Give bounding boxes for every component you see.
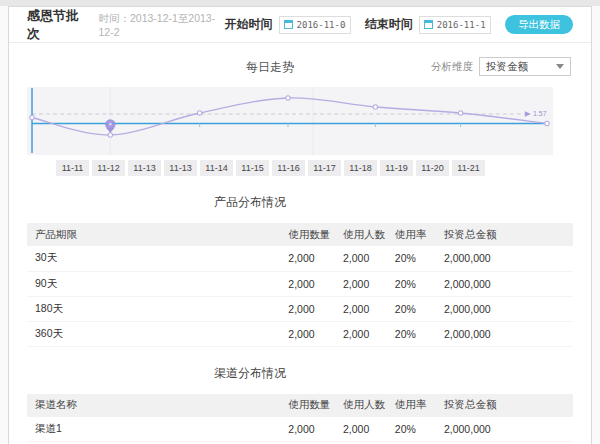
table-cell: 2,000,000 xyxy=(442,417,513,442)
column-header: 投资总金额 xyxy=(442,394,513,417)
column-header: 投资总金额 xyxy=(442,223,513,246)
table-cell: 2,000 xyxy=(341,271,393,296)
column-header xyxy=(513,394,573,417)
table-title: 产品分布情况 xyxy=(27,194,573,211)
table-cell xyxy=(513,296,573,321)
start-date-picker[interactable] xyxy=(279,16,351,34)
page-header: 感恩节批次 时间：2013-12-1至2013-12-2 开始时间 结束时间 导… xyxy=(9,7,591,43)
start-date-label: 开始时间 xyxy=(225,16,273,33)
x-axis-label-pill: 11-14 xyxy=(200,160,233,176)
dimension-selected-value: 投资金额 xyxy=(486,60,528,74)
column-header: 使用数量 xyxy=(286,223,341,246)
table-row: 90天2,0002,00020%2,000,000 xyxy=(27,271,573,296)
table-cell: 20% xyxy=(393,321,442,346)
table-cell: 20% xyxy=(393,417,442,442)
x-axis-label-pill: 11-12 xyxy=(92,160,125,176)
column-header: 使用人数 xyxy=(341,394,393,417)
table-cell: 2,000 xyxy=(286,246,341,271)
svg-text:1.57: 1.57 xyxy=(533,111,547,118)
start-date-input[interactable] xyxy=(297,20,346,30)
product-distribution-section: 产品分布情况 产品期限使用数量使用人数使用率投资总金额30天2,0002,000… xyxy=(9,194,591,347)
column-header: 渠道名称 xyxy=(27,394,286,417)
table-cell: 2,000 xyxy=(341,321,393,346)
table-cell: 20% xyxy=(393,271,442,296)
end-date-picker[interactable] xyxy=(419,16,491,34)
table-cell xyxy=(513,271,573,296)
column-header xyxy=(513,223,573,246)
x-axis-label-pill: 11-11 xyxy=(56,160,89,176)
table-cell: 2,000 xyxy=(286,296,341,321)
column-header: 产品期限 xyxy=(27,223,286,246)
chevron-down-icon xyxy=(556,64,564,69)
table-cell: 2,000,000 xyxy=(442,271,513,296)
channel-distribution-table: 渠道名称使用数量使用人数使用率投资总金额渠道12,0002,00020%2,00… xyxy=(27,394,573,444)
column-header: 使用率 xyxy=(393,394,442,417)
table-cell xyxy=(513,417,573,442)
table-row: 渠道12,0002,00020%2,000,000 xyxy=(27,417,573,442)
table-cell: 渠道1 xyxy=(27,417,286,442)
page-title: 感恩节批次 xyxy=(27,7,86,43)
end-date-input[interactable] xyxy=(437,20,486,30)
trend-line-chart[interactable]: 1.57 xyxy=(27,87,553,155)
table-row: 180天2,0002,00020%2,000,000 xyxy=(27,296,573,321)
table-row: 30天2,0002,00020%2,000,000 xyxy=(27,246,573,271)
table-cell: 30天 xyxy=(27,246,286,271)
table-cell: 2,000 xyxy=(341,296,393,321)
table-header-row: 渠道名称使用数量使用人数使用率投资总金额 xyxy=(27,394,573,417)
column-header: 使用人数 xyxy=(341,223,393,246)
table-cell: 2,000,000 xyxy=(442,321,513,346)
x-axis-label-pill: 11-19 xyxy=(380,160,413,176)
product-distribution-table: 产品期限使用数量使用人数使用率投资总金额30天2,0002,00020%2,00… xyxy=(27,223,573,347)
trend-chart-svg: 1.57 xyxy=(27,87,553,155)
x-axis-label-pill: 11-13 xyxy=(128,160,161,176)
x-axis-labels: 11-1111-1211-1311-1311-1411-1511-1611-17… xyxy=(56,160,573,176)
dimension-label: 分析维度 xyxy=(431,60,473,74)
table-cell: 2,000,000 xyxy=(442,246,513,271)
column-header: 使用率 xyxy=(393,223,442,246)
calendar-icon xyxy=(284,20,293,29)
x-axis-label-pill: 11-20 xyxy=(416,160,449,176)
calendar-icon xyxy=(424,20,433,29)
batch-time-range: 时间：2013-12-1至2013-12-2 xyxy=(98,12,224,38)
table-cell: 2,000 xyxy=(286,417,341,442)
daily-trend-section: 每日走势 分析维度 投资金额 1.57 11-1111-1211-1311-13… xyxy=(9,59,591,176)
table-title: 渠道分布情况 xyxy=(27,365,573,382)
table-cell xyxy=(513,246,573,271)
table-cell xyxy=(513,321,573,346)
table-cell: 2,000 xyxy=(341,246,393,271)
x-axis-label-pill: 11-18 xyxy=(344,160,377,176)
table-cell: 90天 xyxy=(27,271,286,296)
table-header-row: 产品期限使用数量使用人数使用率投资总金额 xyxy=(27,223,573,246)
dashboard-card: 感恩节批次 时间：2013-12-1至2013-12-2 开始时间 结束时间 导… xyxy=(8,6,592,444)
column-header: 使用数量 xyxy=(286,394,341,417)
table-cell: 20% xyxy=(393,296,442,321)
table-cell: 2,000 xyxy=(341,417,393,442)
x-axis-label-pill: 11-13 xyxy=(164,160,197,176)
dimension-select[interactable]: 投资金额 xyxy=(479,57,571,76)
x-axis-label-pill: 11-15 xyxy=(236,160,269,176)
table-cell: 2,000 xyxy=(286,271,341,296)
export-data-button[interactable]: 导出数据 xyxy=(505,15,573,34)
table-row: 360天2,0002,00020%2,000,000 xyxy=(27,321,573,346)
channel-distribution-section: 渠道分布情况 渠道名称使用数量使用人数使用率投资总金额渠道12,0002,000… xyxy=(9,365,591,444)
table-cell: 2,000,000 xyxy=(442,296,513,321)
table-cell: 360天 xyxy=(27,321,286,346)
table-cell: 2,000 xyxy=(286,321,341,346)
x-axis-label-pill: 11-16 xyxy=(272,160,305,176)
x-axis-label-pill: 11-21 xyxy=(452,160,485,176)
x-axis-label-pill: 11-17 xyxy=(308,160,341,176)
table-cell: 20% xyxy=(393,246,442,271)
end-date-label: 结束时间 xyxy=(365,16,413,33)
table-cell: 180天 xyxy=(27,296,286,321)
